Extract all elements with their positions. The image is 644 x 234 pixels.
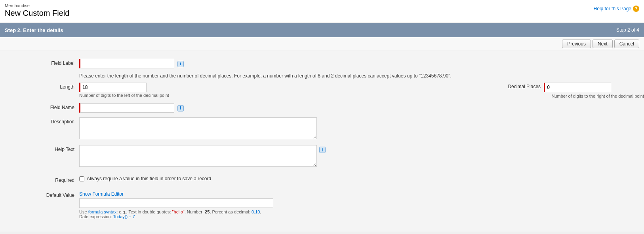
decimal-section: Decimal Places Number of digits to the r… [508,83,644,98]
decimal-places-input[interactable] [544,83,611,92]
description-row: Description [0,117,644,140]
required-checkbox-label: Always require a value in this field in … [87,176,211,181]
description-label: Description [0,117,79,125]
description-control [79,117,644,140]
field-name-row: Field Name i [0,103,644,113]
formula-hint: Use formula syntax: e.g., Text in double… [79,209,644,219]
step-indicator: Step 2 of 4 [616,27,639,33]
field-name-input[interactable] [79,103,174,113]
field-label-input[interactable] [79,59,174,68]
page-header: Merchandise New Custom Field Help for th… [0,0,644,23]
field-name-label: Field Name [0,103,79,110]
length-control: Number of digits to the left of the deci… [79,83,484,98]
default-value-label: Default Value [0,191,79,198]
field-label-row: Field Label i [0,59,644,68]
length-input[interactable] [79,83,147,92]
description-textarea[interactable] [79,117,317,139]
step-header: Step 2. Enter the details Step 2 of 4 [0,23,644,37]
default-value-control: Show Formula Editor Use formula syntax: … [79,191,644,219]
field-name-control: i [79,103,644,113]
length-decimal-row: Length Number of digits to the left of t… [0,83,644,98]
main-content: Field Label i Please enter the length of… [0,51,644,232]
default-value-row: Default Value Show Formula Editor Use fo… [0,191,644,219]
show-formula-editor-link[interactable]: Show Formula Editor [79,191,124,197]
help-text-label: Help Text [0,145,79,152]
help-link-label: Help for this Page [594,6,631,11]
formula-number: 25 [205,209,210,214]
help-link[interactable]: Help for this Page ? [594,6,639,12]
formula-decimal: 0.10 [252,209,260,214]
help-text-info-icon[interactable]: i [319,147,326,153]
hint-text: Please enter the length of the number an… [0,73,644,79]
required-row: Required Always require a value in this … [0,176,644,183]
required-checkbox[interactable] [79,176,84,181]
default-value-input[interactable] [79,198,273,208]
decimal-hint: Number of digits to the right of the dec… [551,94,644,98]
previous-button[interactable]: Previous [562,40,591,48]
field-label-info-icon[interactable]: i [177,61,184,67]
field-label-control: i [79,59,644,68]
formula-syntax-link[interactable]: formula syntax [88,209,117,214]
breadcrumb: Merchandise [5,3,69,8]
formula-hello: "hello" [172,209,185,214]
next-button[interactable]: Next [593,40,613,48]
field-label-label: Field Label [0,59,79,66]
step-title: Step 2. Enter the details [5,27,63,33]
help-icon: ? [633,6,639,12]
decimal-places-label: Decimal Places [508,84,541,89]
length-hint: Number of digits to the left of the deci… [79,93,484,98]
required-label: Required [0,176,79,183]
today-expression-link[interactable]: Today() + 7 [113,214,135,219]
field-name-info-icon[interactable]: i [177,105,184,111]
page-header-left: Merchandise New Custom Field [5,3,69,18]
cancel-button[interactable]: Cancel [614,40,639,48]
required-control: Always require a value in this field in … [79,176,644,181]
page-title: New Custom Field [5,9,69,18]
help-text-row: Help Text i [0,145,644,168]
help-text-textarea[interactable] [79,145,317,167]
help-text-control: i [79,145,644,168]
toolbar: Previous Next Cancel [0,37,644,51]
length-label: Length [0,83,79,90]
